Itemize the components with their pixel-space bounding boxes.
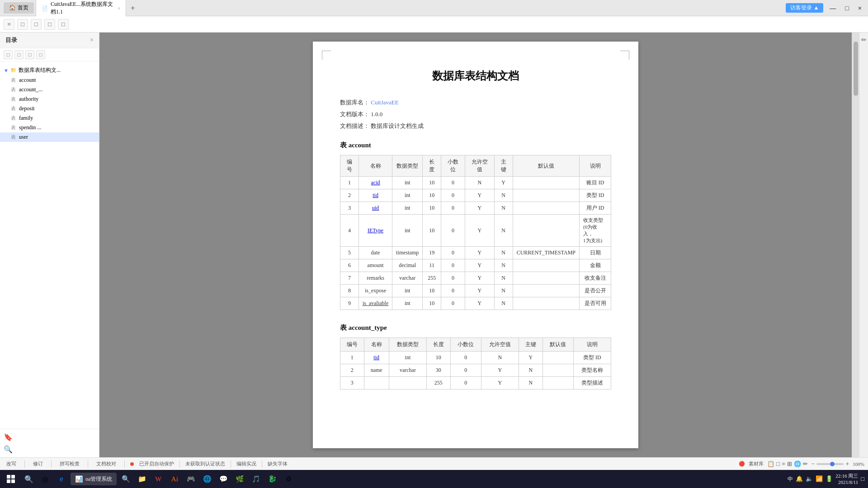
col-pk: 主键 — [494, 155, 513, 177]
icon-r5[interactable]: 🌐 — [794, 460, 801, 468]
tab-home[interactable]: 🏠 首页 — [4, 2, 34, 14]
bottom-bar: 改写 修订 拼写检查 文档校对 已开启自动保护 未获取到认证状态 编辑实况 缺失… — [0, 457, 868, 470]
sys-battery-icon[interactable]: 🔋 — [826, 475, 833, 483]
taskbar-app-wps[interactable]: W — [151, 472, 165, 486]
toolbar: ≡ □ □ □ □ — [0, 16, 868, 33]
user-badge[interactable]: 访客登录 ▲ — [786, 3, 823, 13]
icon-r2[interactable]: □ — [776, 460, 780, 468]
table-row: 8 is_expose int 10 0 Y N 是否公开 — [340, 285, 611, 297]
sidebar-item-user[interactable]: 表 user — [0, 132, 99, 142]
col-name: 名称 — [359, 155, 392, 177]
col-nullable: 允许空值 — [465, 155, 494, 177]
zoom-control: − + — [811, 460, 849, 468]
tool-icon-5[interactable]: □ — [58, 19, 69, 30]
icon-r1[interactable]: 📋 — [767, 460, 774, 468]
icon-r4[interactable]: ⊞ — [787, 460, 792, 468]
tool-icon-2[interactable]: □ — [17, 19, 28, 30]
sidebar-item-account[interactable]: 表 account — [0, 75, 99, 85]
sep-7 — [262, 460, 262, 468]
sys-volume-icon[interactable]: 🔈 — [806, 475, 813, 483]
zoom-out-button[interactable]: − — [811, 460, 815, 468]
zoom-slider[interactable] — [816, 463, 844, 465]
status-auto-save: 已开启自动保护 — [139, 460, 174, 467]
taskbar-app-game[interactable]: 🎮 — [184, 472, 198, 486]
table-row: 2 name varchar 30 0 Y N 类型名称 — [340, 364, 611, 377]
taskbar-app-settings[interactable]: ⚙ — [281, 472, 296, 486]
edit-pen-icon[interactable]: ✏ — [861, 36, 867, 44]
sys-notify-icon[interactable]: 🔔 — [796, 475, 803, 483]
minimize-button[interactable]: — — [827, 4, 839, 13]
sidebar-tool-1[interactable]: □ — [4, 50, 13, 59]
col-default-2: 默认值 — [542, 338, 573, 352]
taskbar-apps: 🔍 ◎ e 📊 oa管理系统 🔍 📁 W Ai 🎮 🌐 💬 🌿 🎵 🐉 ⚙ — [22, 472, 788, 486]
sidebar-item-family[interactable]: 表 family — [0, 113, 99, 123]
active-app-icon: 📊 — [75, 475, 83, 483]
sidebar-tool-2[interactable]: □ — [14, 50, 24, 59]
taskbar-time[interactable]: 22:16 周三 2021/8/11 — [835, 473, 858, 486]
sidebar-item-deposit[interactable]: 表 deposit — [0, 104, 99, 113]
table-prefix-icon-5: 表 — [11, 115, 16, 122]
browser-controls: 访客登录 ▲ — □ × — [786, 3, 864, 13]
btn-revise[interactable]: 修订 — [30, 460, 46, 468]
taskbar-active-app[interactable]: 📊 oa管理系统 — [71, 473, 117, 485]
maximize-button[interactable]: □ — [842, 4, 851, 13]
sys-network-icon[interactable]: 📶 — [816, 475, 823, 483]
tab-bar: 🏠 首页 📄 CuitJavaEE...系统数据库文档1.1 × + — [4, 0, 786, 18]
scrollbar-track[interactable] — [852, 33, 859, 457]
scrollbar-thumb[interactable] — [854, 42, 858, 96]
status-font: 缺失字体 — [268, 460, 288, 467]
sidebar-item-spendin[interactable]: 表 spendin ... — [0, 123, 99, 132]
taskbar-app-cortana[interactable]: ◎ — [38, 472, 52, 486]
tool-icon-1[interactable]: ≡ — [4, 19, 14, 30]
col-num: 编号 — [340, 155, 359, 177]
sidebar-tool-3[interactable]: □ — [25, 50, 34, 59]
date-display: 2021/8/11 — [835, 479, 858, 485]
sidebar-item-root[interactable]: ▼ 📁 数据库表结构文... — [0, 65, 99, 75]
taskbar-app-folder[interactable]: 📁 — [135, 472, 149, 486]
sidebar-item-account-type[interactable]: 表 account_... — [0, 85, 99, 94]
start-button[interactable] — [4, 472, 18, 486]
search-icon[interactable]: 🔍 — [4, 445, 95, 454]
sidebar-tool-4[interactable]: □ — [36, 50, 45, 59]
sidebar: 目录 × □ □ □ □ ▼ 📁 数据库表结构文... 表 account 表 … — [0, 33, 99, 457]
btn-spellcheck[interactable]: 拼写检查 — [57, 460, 82, 468]
taskbar-app-browser[interactable]: 🌐 — [200, 472, 214, 486]
btn-rewrite[interactable]: 改写 — [4, 460, 19, 468]
tool-icon-3[interactable]: □ — [31, 19, 42, 30]
taskbar-app-ie[interactable]: e — [54, 472, 69, 486]
close-button[interactable]: × — [855, 4, 864, 13]
active-tab[interactable]: 📄 CuitJavaEE...系统数据库文档1.1 × — [36, 0, 126, 18]
zoom-value: 100% — [853, 461, 864, 467]
sep-1 — [24, 460, 25, 468]
sidebar-close-button[interactable]: × — [90, 37, 94, 44]
status-auth: 未获取到认证状态 — [185, 460, 225, 467]
zoom-slider-thumb[interactable] — [830, 462, 835, 466]
taskbar-app-search2[interactable]: 🔍 — [118, 472, 133, 486]
sep-3 — [88, 460, 88, 468]
tab-close-button[interactable]: × — [118, 6, 120, 11]
doc-version-value: 1.0.0 — [371, 111, 382, 117]
icon-r3[interactable]: ≡ — [782, 460, 785, 468]
table-row: 6 amount decimal 11 0 Y N 金额 — [340, 259, 611, 272]
tool-icon-4[interactable]: □ — [44, 19, 55, 30]
taskbar-sys-tray: 中 🔔 🔈 📶 🔋 22:16 周三 2021/8/11 □ — [788, 473, 864, 486]
taskbar-app-adobe[interactable]: Ai — [167, 472, 182, 486]
btn-materials[interactable]: 素材库 — [749, 460, 764, 467]
sep-2 — [51, 460, 52, 468]
taskbar-app-music[interactable]: 🎵 — [249, 472, 263, 486]
zoom-in-button[interactable]: + — [845, 460, 849, 468]
sidebar-item-authority[interactable]: 表 authority — [0, 94, 99, 104]
taskbar-app-search[interactable]: 🔍 — [22, 472, 36, 486]
btn-doccheck[interactable]: 文档校对 — [94, 460, 119, 468]
doc-page: 数据库表结构文档 数据库名： CuitJavaEE 文档版本： 1.0.0 文档… — [313, 42, 638, 448]
taskbar-app-chat[interactable]: 💬 — [216, 472, 231, 486]
bookmark-icon[interactable]: 🔖 — [4, 433, 95, 441]
taskbar-app-dragon[interactable]: 🐉 — [265, 472, 279, 486]
tab-add-button[interactable]: + — [128, 3, 137, 13]
icon-r6[interactable]: ✏ — [803, 460, 808, 468]
taskbar-app-git[interactable]: 🌿 — [232, 472, 247, 486]
db-name-value[interactable]: CuitJavaEE — [371, 99, 398, 106]
action-center-icon[interactable]: □ — [861, 475, 864, 483]
sys-lang-icon[interactable]: 中 — [788, 475, 793, 483]
table-row: 3 uid int 10 0 Y N 用户 ID — [340, 202, 611, 215]
